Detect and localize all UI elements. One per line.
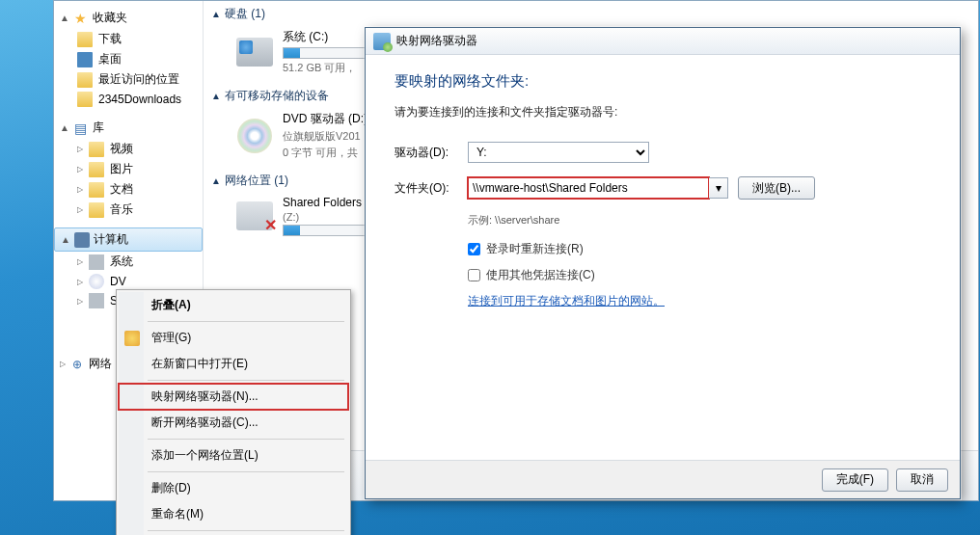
browse-button[interactable]: 浏览(B)... xyxy=(738,176,815,200)
other-credentials-checkbox-label[interactable]: 使用其他凭据连接(C) xyxy=(468,267,931,283)
folder-icon xyxy=(77,32,93,47)
sidebar-item-downloads[interactable]: 下载 xyxy=(54,29,203,49)
drive-label: 驱动器(D): xyxy=(395,145,458,161)
network-icon: ⊕ xyxy=(69,357,85,372)
ctx-disconnect-network-drive[interactable]: 断开网络驱动器(C)... xyxy=(119,410,348,436)
chevron-right-icon[interactable]: ▷ xyxy=(77,165,83,174)
libraries-icon: ▤ xyxy=(73,120,89,136)
network-drive-icon xyxy=(234,197,275,235)
sidebar-item-system[interactable]: ▷系统 xyxy=(54,252,203,272)
chevron-right-icon[interactable]: ▷ xyxy=(77,297,83,306)
chevron-down-icon[interactable]: ▲ xyxy=(211,9,221,19)
sidebar-item-pictures[interactable]: ▷图片 xyxy=(54,159,203,179)
chevron-down-icon[interactable]: ▲ xyxy=(60,122,69,133)
drive-icon xyxy=(89,254,104,270)
ctx-rename[interactable]: 重命名(M) xyxy=(119,501,348,527)
finish-button[interactable]: 完成(F) xyxy=(822,468,888,492)
network-drive-icon xyxy=(373,33,391,50)
folder-icon xyxy=(89,202,104,218)
folder-icon xyxy=(77,72,93,88)
sidebar-favorites-label: 收藏夹 xyxy=(93,10,127,26)
cancel-button[interactable]: 取消 xyxy=(896,468,948,492)
ctx-new-window[interactable]: 在新窗口中打开(E) xyxy=(119,351,348,377)
hdd-icon xyxy=(234,33,275,71)
folder-dropdown-button[interactable]: ▾ xyxy=(709,177,728,199)
chevron-right-icon[interactable]: ▷ xyxy=(77,278,83,286)
dialog-footer: 完成(F) 取消 xyxy=(366,460,960,498)
dialog-titlebar: 映射网络驱动器 xyxy=(366,28,960,55)
sidebar-computer-header[interactable]: ▲ 计算机 xyxy=(54,227,203,252)
sidebar-item-videos[interactable]: ▷视频 xyxy=(54,139,203,159)
disc-icon xyxy=(89,274,104,289)
drive-d-name: DVD 驱动器 (D:) xyxy=(283,111,368,127)
ctx-map-network-drive[interactable]: 映射网络驱动器(N)... xyxy=(119,384,348,410)
sidebar-favorites-header[interactable]: ▲ ★ 收藏夹 xyxy=(54,7,203,29)
drive-select[interactable]: Y: xyxy=(468,142,649,163)
network-drive-icon xyxy=(89,293,104,308)
chevron-right-icon[interactable]: ▷ xyxy=(60,360,66,368)
sidebar-libraries-label: 库 xyxy=(93,120,104,136)
sidebar-computer-label: 计算机 xyxy=(94,231,128,248)
folder-label: 文件夹(O): xyxy=(395,180,458,197)
ctx-manage[interactable]: 管理(G) xyxy=(119,325,348,351)
context-menu: 折叠(A) 管理(G) 在新窗口中打开(E) 映射网络驱动器(N)... 断开网… xyxy=(116,289,351,535)
chevron-right-icon[interactable]: ▷ xyxy=(77,185,83,194)
chevron-down-icon: ▾ xyxy=(716,181,721,195)
desktop-icon xyxy=(77,52,93,67)
sidebar-item-music[interactable]: ▷音乐 xyxy=(54,200,203,220)
folder-icon xyxy=(89,142,104,157)
dvd-icon xyxy=(234,117,275,155)
shield-icon xyxy=(124,331,140,346)
ctx-collapse[interactable]: 折叠(A) xyxy=(119,292,348,318)
chevron-right-icon[interactable]: ▷ xyxy=(77,145,83,153)
dialog-description: 请为要连接到的连接和文件夹指定驱动器号: xyxy=(395,104,931,120)
section-hdd-header[interactable]: ▲硬盘 (1) xyxy=(211,3,970,25)
ctx-add-network-location[interactable]: 添加一个网络位置(L) xyxy=(119,442,348,468)
sidebar-libraries-header[interactable]: ▲ ▤ 库 xyxy=(54,117,203,139)
chevron-right-icon[interactable]: ▷ xyxy=(77,257,83,266)
chevron-down-icon[interactable]: ▲ xyxy=(211,91,221,101)
dialog-heading: 要映射的网络文件夹: xyxy=(395,72,931,91)
chevron-down-icon[interactable]: ▲ xyxy=(211,175,221,186)
sidebar-item-documents[interactable]: ▷文档 xyxy=(54,179,203,200)
star-icon: ★ xyxy=(73,11,89,26)
chevron-right-icon[interactable]: ▷ xyxy=(77,205,83,214)
other-credentials-checkbox[interactable] xyxy=(468,269,480,281)
sidebar-item-dvd[interactable]: ▷DV xyxy=(54,272,203,291)
sidebar-item-recent[interactable]: 最近访问的位置 xyxy=(54,69,203,90)
chevron-down-icon[interactable]: ▲ xyxy=(61,234,70,245)
reconnect-checkbox-label[interactable]: 登录时重新连接(R) xyxy=(468,241,931,257)
connect-website-link[interactable]: 连接到可用于存储文档和图片的网站。 xyxy=(468,294,665,308)
folder-input[interactable] xyxy=(468,177,709,199)
sidebar-network-label: 网络 xyxy=(89,356,112,372)
folder-icon xyxy=(89,162,104,177)
computer-icon xyxy=(74,232,90,248)
chevron-down-icon[interactable]: ▲ xyxy=(60,13,69,23)
sidebar-item-2345downloads[interactable]: 2345Downloads xyxy=(54,90,203,109)
folder-icon xyxy=(77,92,93,107)
map-network-drive-dialog: ✕ 映射网络驱动器 要映射的网络文件夹: 请为要连接到的连接和文件夹指定驱动器号… xyxy=(365,27,961,499)
reconnect-checkbox[interactable] xyxy=(468,243,480,255)
example-text: 示例: \\server\share xyxy=(468,213,931,227)
dialog-title: 映射网络驱动器 xyxy=(396,33,477,49)
ctx-delete[interactable]: 删除(D) xyxy=(119,475,348,501)
sidebar-item-desktop[interactable]: 桌面 xyxy=(54,49,203,69)
folder-icon xyxy=(89,182,104,198)
